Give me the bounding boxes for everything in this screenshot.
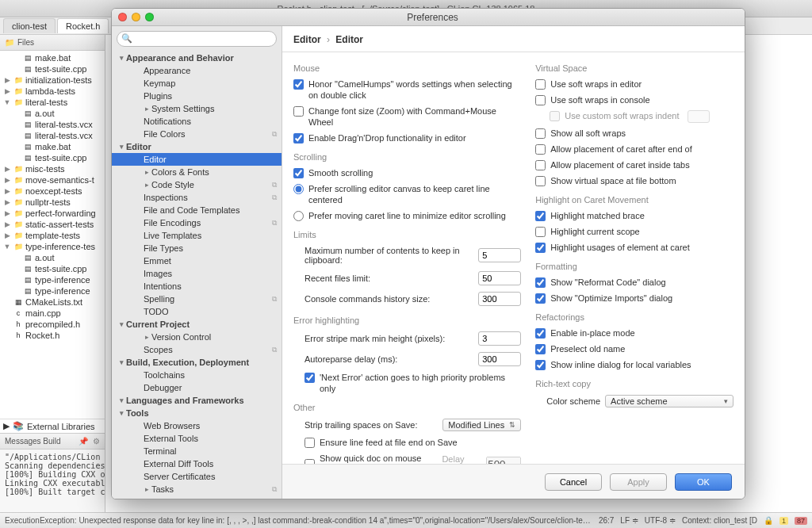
error-badge[interactable]: 87: [795, 517, 807, 525]
pref-tree-item[interactable]: ▸System Settings: [112, 102, 282, 115]
lbl-reformat[interactable]: Show "Reformat Code" dialog: [550, 277, 665, 288]
chk-next-error[interactable]: [304, 373, 315, 383]
lbl-dnd[interactable]: Enable Drag'n'Drop functionality in edit…: [308, 132, 466, 143]
chk-hl-brace[interactable]: [535, 211, 546, 221]
chk-caret-tabs[interactable]: [535, 160, 546, 170]
input-clipboard[interactable]: [478, 248, 521, 262]
project-tree-node[interactable]: ▤test-suite.cpp: [0, 63, 105, 75]
lbl-hl-brace[interactable]: Highlight matched brace: [550, 210, 645, 221]
pref-tree-item[interactable]: ▸Version Control: [112, 331, 282, 343]
pref-tree-item[interactable]: Inspections⧉: [112, 191, 282, 204]
radio-scroll-minimize[interactable]: [293, 211, 304, 221]
project-tree-node[interactable]: ▤literal-tests.vcx: [0, 119, 105, 130]
external-libraries[interactable]: ▶ 📚 External Libraries: [0, 419, 105, 433]
pref-tree-item[interactable]: ▸Code Style⧉: [112, 178, 282, 191]
tree-arrow-icon[interactable]: ▼: [3, 98, 11, 106]
lbl-smooth[interactable]: Smooth scrolling: [308, 167, 373, 178]
pref-tree-item[interactable]: Terminal: [112, 445, 282, 457]
project-tree-node[interactable]: ▤make.bat: [0, 141, 105, 152]
tree-arrow-icon[interactable]: ▶: [3, 76, 11, 84]
chk-softwrap-console[interactable]: [535, 95, 546, 105]
lbl-quickdoc[interactable]: Show quick doc on mouse move: [320, 453, 431, 464]
pref-tree-item[interactable]: Spelling⧉: [112, 293, 282, 305]
project-tree[interactable]: ▤make.bat▤test-suite.cpp▶📁initialization…: [0, 51, 105, 419]
status-context[interactable]: Context: clion_test [D: [682, 516, 757, 525]
chk-softwrap-editor[interactable]: [535, 79, 546, 90]
tree-arrow-icon[interactable]: ▶: [3, 209, 11, 217]
project-tree-node[interactable]: ▦CMakeLists.txt: [0, 297, 105, 308]
tree-arrow-icon[interactable]: ▶: [3, 87, 11, 95]
select-color-scheme[interactable]: Active scheme ▾: [605, 395, 733, 407]
project-tree-node[interactable]: ▶📁misc-tests: [0, 163, 105, 174]
pref-tree-item[interactable]: ▾Languages and Frameworks: [112, 394, 282, 407]
project-tree-node[interactable]: ▤make.bat: [0, 52, 105, 63]
project-tree-node[interactable]: cmain.cpp: [0, 308, 105, 319]
input-stripe[interactable]: [478, 331, 521, 346]
pref-tree-item[interactable]: Live Templates: [112, 229, 282, 242]
lbl-zoom[interactable]: Change font size (Zoom) with Command+Mou…: [308, 105, 521, 128]
pref-tree-item[interactable]: TODO: [112, 305, 282, 318]
pref-tree-item[interactable]: File Types: [112, 242, 282, 254]
pref-tree-item[interactable]: ▾Editor: [112, 140, 282, 153]
pref-tree-item[interactable]: Debugger: [112, 381, 282, 394]
gear-icon[interactable]: ⚙: [93, 437, 100, 446]
project-tree-node[interactable]: ▶📁template-tests: [0, 230, 105, 241]
chk-caret-eol[interactable]: [535, 144, 546, 155]
project-tree-node[interactable]: ▶📁nullptr-tests: [0, 197, 105, 208]
lbl-camelhumps[interactable]: Honor "CamelHumps" words settings when s…: [308, 78, 521, 101]
pref-tree-item[interactable]: Intentions: [112, 280, 282, 293]
status-lf[interactable]: LF ≑: [620, 516, 638, 525]
chk-inplace[interactable]: [535, 328, 546, 339]
pref-tree-item[interactable]: ▾Build, Execution, Deployment: [112, 356, 282, 369]
radio-scroll-center[interactable]: [293, 184, 304, 194]
pref-tree-item[interactable]: ▾Appearance and Behavior: [112, 52, 282, 64]
project-tree-node[interactable]: ▶📁static-assert-tests: [0, 219, 105, 230]
lbl-eol[interactable]: Ensure line feed at file end on Save: [320, 437, 458, 448]
chk-zoom[interactable]: [293, 106, 304, 117]
cancel-button[interactable]: Cancel: [545, 473, 602, 491]
chk-preselect[interactable]: [535, 344, 546, 354]
chk-reformat[interactable]: [535, 277, 546, 288]
lbl-caret-eol[interactable]: Allow placement of caret after end of: [550, 143, 692, 155]
lbl-inline-dialog[interactable]: Show inline dialog for local variables: [550, 359, 691, 370]
pref-tree-item[interactable]: Notifications: [112, 115, 282, 128]
pref-tree-item[interactable]: ▾Current Project: [112, 318, 282, 331]
tree-arrow-icon[interactable]: ▼: [3, 243, 11, 251]
tree-arrow-icon[interactable]: ▶: [3, 231, 11, 239]
pin-icon[interactable]: 📌: [79, 437, 88, 446]
pref-tree-item[interactable]: File and Code Templates: [112, 204, 282, 216]
tree-arrow-icon[interactable]: ▶: [3, 176, 11, 184]
pref-tree-item[interactable]: ▸Tasks⧉: [112, 483, 282, 495]
pref-tree-item[interactable]: ▾Tools: [112, 407, 282, 419]
pref-tree-item[interactable]: Images: [112, 267, 282, 280]
chk-optimize[interactable]: [535, 293, 546, 304]
project-tree-node[interactable]: ▤literal-tests.vcx: [0, 130, 105, 141]
lbl-scroll-minimize[interactable]: Prefer moving caret line to minimize edi…: [308, 210, 506, 221]
project-tree-node[interactable]: ▤type-inference: [0, 274, 105, 285]
lock-icon[interactable]: 🔒: [764, 516, 773, 525]
project-tree-node[interactable]: ▤test-suite.cpp: [0, 152, 105, 163]
input-autoreparse[interactable]: [478, 352, 521, 366]
close-icon[interactable]: [118, 13, 127, 21]
project-tree-node[interactable]: ▤type-inference: [0, 285, 105, 297]
input-console[interactable]: [478, 292, 521, 306]
lbl-show-all-wraps[interactable]: Show all soft wraps: [550, 128, 626, 139]
project-tree-node[interactable]: ▼📁literal-tests: [0, 97, 105, 108]
tree-arrow-icon[interactable]: ▶: [3, 198, 11, 206]
chk-inline-dialog[interactable]: [535, 360, 546, 370]
pref-tree-item[interactable]: Editor: [112, 153, 282, 166]
project-tree-node[interactable]: ▶📁perfect-forwarding: [0, 208, 105, 219]
lbl-optimize[interactable]: Show "Optimize Imports" dialog: [550, 293, 672, 304]
chk-dnd[interactable]: [293, 133, 304, 143]
lbl-next-error[interactable]: 'Next Error' action goes to high priorit…: [320, 372, 521, 394]
status-encoding[interactable]: UTF-8 ≑: [645, 516, 676, 525]
ok-button[interactable]: OK: [675, 473, 732, 491]
pref-tree-item[interactable]: Scopes⧉: [112, 343, 282, 356]
lbl-scroll-center[interactable]: Prefer scrolling editor canvas to keep c…: [308, 183, 521, 205]
lbl-softwrap-console[interactable]: Use soft wraps in console: [550, 94, 649, 105]
pref-tree-item[interactable]: Web Browsers: [112, 419, 282, 432]
tree-arrow-icon[interactable]: ▶: [3, 187, 11, 195]
pref-tree-item[interactable]: Toolchains: [112, 369, 282, 381]
project-tree-node[interactable]: ▤a.out: [0, 108, 105, 119]
select-strip[interactable]: Modified Lines ⇅: [442, 419, 521, 431]
